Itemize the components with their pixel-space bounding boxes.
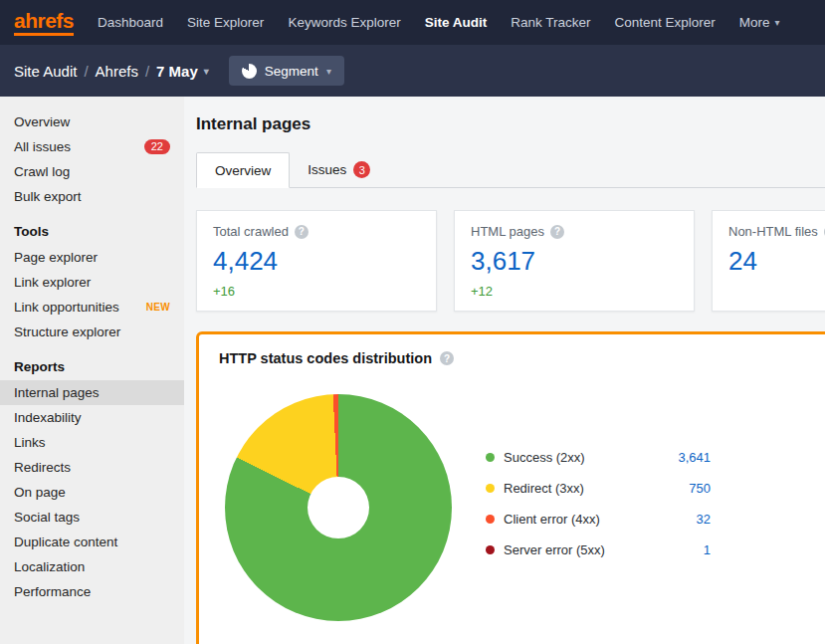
chevron-down-icon: ▾ (326, 66, 331, 77)
http-status-codes-card: HTTP status codes distribution ? Success… (196, 331, 825, 644)
sidebar-item-duplicate-content[interactable]: Duplicate content (0, 530, 184, 554)
legend-label: Server error (5xx) (504, 542, 695, 557)
issues-count-badge: 22 (144, 139, 170, 154)
sidebar-item-page-explorer[interactable]: Page explorer (0, 245, 184, 270)
sidebar-item-label: Link opportunities (14, 300, 119, 315)
nav-more-label: More (739, 15, 770, 30)
sidebar-item-label: Indexability (14, 410, 82, 425)
chart-area: Success (2xx) 3,641 Redirect (3xx) 750 C… (219, 394, 825, 621)
legend-dot (486, 545, 495, 554)
sidebar-item-label: Links (14, 435, 46, 450)
tab-bar: Overview Issues 3 (196, 152, 825, 188)
stat-card-title: Non-HTML files (728, 224, 818, 239)
legend-row: Redirect (3xx) 750 (486, 473, 711, 504)
segment-button[interactable]: Segment ▾ (229, 56, 344, 86)
sidebar-section-reports: Reports (0, 344, 184, 380)
sidebar-item-label: Structure explorer (14, 324, 120, 339)
legend-label: Success (2xx) (504, 450, 669, 465)
sidebar-item-performance[interactable]: Performance (0, 579, 184, 604)
segment-pie-icon (242, 64, 257, 79)
sidebar-item-indexability[interactable]: Indexability (0, 405, 184, 430)
stat-card-value: 3,617 (471, 246, 678, 277)
sidebar-item-label: Duplicate content (14, 535, 117, 549)
tab-label: Issues (308, 162, 346, 177)
stat-card-total-crawled: Total crawled ? 4,424 +16 (196, 210, 437, 312)
crawl-date-dropdown[interactable]: 7 May ▾ (156, 63, 209, 80)
stat-card-title: HTML pages (471, 224, 544, 239)
help-icon[interactable]: ? (550, 225, 564, 239)
legend-value-link[interactable]: 1 (704, 542, 711, 557)
sidebar-item-link-explorer[interactable]: Link explorer (0, 270, 184, 295)
project-bar: Site Audit / Ahrefs / 7 May ▾ Segment ▾ (0, 45, 825, 97)
tab-overview[interactable]: Overview (196, 152, 290, 188)
new-badge: NEW (146, 302, 170, 313)
primary-nav: Dashboard Site Explorer Keywords Explore… (98, 15, 780, 30)
stat-card-html-pages: HTML pages ? 3,617 +12 (454, 210, 695, 312)
sidebar-item-label: Bulk export (14, 189, 82, 204)
chevron-down-icon: ▾ (204, 66, 209, 77)
nav-item-rank-tracker[interactable]: Rank Tracker (511, 15, 590, 30)
tab-label: Overview (215, 163, 271, 178)
sidebar-item-on-page[interactable]: On page (0, 480, 184, 505)
segment-label: Segment (265, 64, 318, 79)
nav-item-site-audit[interactable]: Site Audit (425, 15, 488, 30)
stat-card-value: 4,424 (213, 246, 420, 277)
help-icon[interactable]: ? (295, 225, 309, 239)
app-root: ahrefs Dashboard Site Explorer Keywords … (0, 0, 825, 644)
top-nav: ahrefs Dashboard Site Explorer Keywords … (0, 0, 825, 45)
sidebar-item-label: Localization (14, 559, 85, 574)
nav-item-more[interactable]: More ▾ (739, 15, 780, 30)
legend-row: Server error (5xx) 1 (486, 535, 711, 565)
sidebar-item-redirects[interactable]: Redirects (0, 455, 184, 480)
sidebar-item-label: Link explorer (14, 275, 91, 290)
sidebar-item-label: Redirects (14, 460, 71, 475)
breadcrumb-section[interactable]: Site Audit (14, 63, 77, 80)
sidebar-section-tools: Tools (0, 209, 184, 245)
stat-card-title-row: Non-HTML files ? (728, 224, 825, 239)
legend-value-link[interactable]: 3,641 (678, 450, 711, 465)
legend-dot (486, 484, 495, 493)
legend-label: Redirect (3xx) (504, 481, 680, 496)
nav-item-site-explorer[interactable]: Site Explorer (187, 15, 264, 30)
chevron-down-icon: ▾ (775, 17, 780, 28)
chart-title: HTTP status codes distribution (219, 350, 432, 366)
legend-value-link[interactable]: 750 (689, 481, 711, 496)
sidebar-item-links[interactable]: Links (0, 430, 184, 455)
ahrefs-logo[interactable]: ahrefs (14, 10, 74, 36)
legend-dot (486, 453, 495, 462)
page-title: Internal pages (196, 114, 825, 134)
help-icon[interactable]: ? (440, 351, 454, 365)
sidebar-item-overview[interactable]: Overview (0, 109, 184, 134)
nav-item-content-explorer[interactable]: Content Explorer (614, 15, 715, 30)
legend-label: Client error (4xx) (504, 512, 688, 527)
sidebar-item-all-issues[interactable]: All issues 22 (0, 134, 184, 159)
sidebar-item-label: Performance (14, 584, 91, 599)
stat-cards-row: Total crawled ? 4,424 +16 HTML pages ? 3… (196, 210, 825, 312)
sidebar-item-bulk-export[interactable]: Bulk export (0, 184, 184, 209)
legend-row: Client error (4xx) 32 (486, 504, 711, 535)
sidebar-item-crawl-log[interactable]: Crawl log (0, 159, 184, 184)
sidebar-item-label: Page explorer (14, 250, 98, 265)
tab-issues[interactable]: Issues 3 (290, 152, 388, 187)
sidebar-item-structure-explorer[interactable]: Structure explorer (0, 320, 184, 344)
legend-value-link[interactable]: 32 (697, 512, 711, 527)
body-row: Overview All issues 22 Crawl log Bulk ex… (0, 97, 825, 644)
stat-card-delta: +12 (471, 284, 678, 299)
sidebar-item-link-opportunities[interactable]: Link opportunities NEW (0, 295, 184, 320)
donut-chart (225, 394, 452, 621)
sidebar-item-social-tags[interactable]: Social tags (0, 505, 184, 530)
sidebar: Overview All issues 22 Crawl log Bulk ex… (0, 97, 184, 644)
legend-row: Success (2xx) 3,641 (486, 442, 711, 473)
breadcrumb-project[interactable]: Ahrefs (96, 63, 138, 80)
sidebar-item-internal-pages[interactable]: Internal pages (0, 380, 184, 405)
stat-card-value: 24 (728, 246, 825, 277)
nav-item-keywords-explorer[interactable]: Keywords Explorer (288, 15, 400, 30)
stat-card-non-html-files: Non-HTML files ? 24 (712, 210, 825, 312)
legend-dot (486, 515, 495, 524)
sidebar-item-localization[interactable]: Localization (0, 554, 184, 579)
main-content: Internal pages Overview Issues 3 Total c… (184, 97, 825, 644)
sidebar-item-label: Social tags (14, 510, 80, 525)
nav-item-dashboard[interactable]: Dashboard (98, 15, 163, 30)
stat-card-title-row: Total crawled ? (213, 224, 420, 239)
stat-card-title: Total crawled (213, 224, 289, 239)
